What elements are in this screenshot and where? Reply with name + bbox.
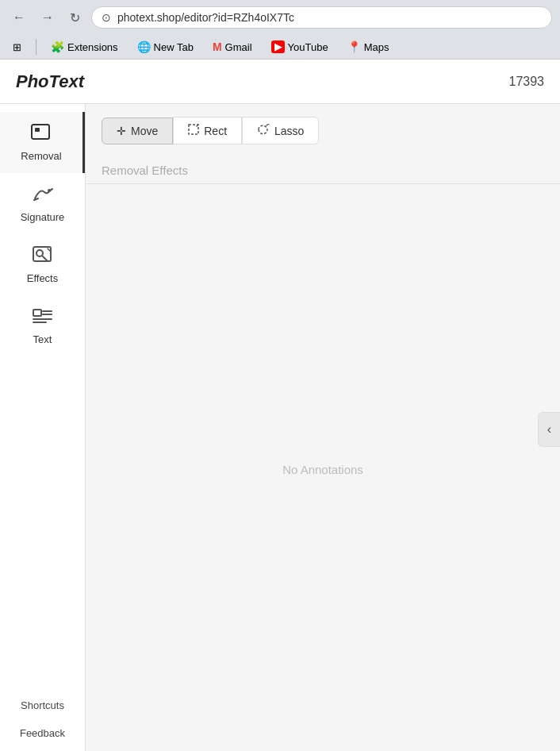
newtab-label: New Tab <box>154 41 194 53</box>
maps-label: Maps <box>364 41 389 53</box>
browser-nav-bar: ← → ↻ ⊙ photext.shop/editor?id=RZh4oIX7T… <box>0 0 560 35</box>
bookmark-extensions[interactable]: 🧩 Extensions <box>46 39 123 55</box>
sidebar-text-label: Text <box>33 333 52 345</box>
gmail-icon: M <box>213 40 222 53</box>
section-label: Removal Effects <box>86 157 560 184</box>
lasso-icon <box>257 124 270 137</box>
move-tool-button[interactable]: ✛ Move <box>102 117 173 144</box>
sidebar-item-effects[interactable]: Effects <box>0 234 85 295</box>
signature-icon <box>32 184 54 208</box>
extensions-label: Extensions <box>67 41 118 53</box>
rect-tool-button[interactable]: Rect <box>173 117 242 144</box>
sidebar-item-removal[interactable]: Removal <box>0 112 85 173</box>
app-container: PhoText 17393 Removal <box>0 60 560 751</box>
bookmarks-bar: ⊞ 🧩 Extensions 🌐 New Tab M Gmail ▶ YouTu… <box>0 35 560 60</box>
svg-rect-0 <box>32 125 49 139</box>
youtube-icon: ▶ <box>271 40 285 53</box>
move-label: Move <box>131 125 158 137</box>
collapse-panel-button[interactable]: ‹ <box>538 412 560 447</box>
move-icon: ✛ <box>117 125 126 137</box>
browser-chrome: ← → ↻ ⊙ photext.shop/editor?id=RZh4oIX7T… <box>0 0 560 60</box>
no-annotations-text: No Annotations <box>282 463 363 476</box>
main-layout: Removal Signature <box>0 104 560 751</box>
annotation-area: No Annotations <box>86 184 560 751</box>
bookmark-apps[interactable]: ⊞ <box>8 40 26 55</box>
bookmark-newtab[interactable]: 🌐 New Tab <box>132 39 198 55</box>
tools-bar: ✛ Move Rect <box>86 104 560 157</box>
bookmark-maps[interactable]: 📍 Maps <box>343 39 394 55</box>
reload-button[interactable]: ↻ <box>65 7 85 29</box>
lasso-tool-button[interactable]: Lasso <box>242 117 319 144</box>
removal-icon <box>30 123 52 147</box>
sidebar-item-signature[interactable]: Signature <box>0 173 85 234</box>
svg-rect-1 <box>35 128 40 132</box>
rect-label: Rect <box>204 125 227 137</box>
collapse-icon: ‹ <box>547 422 551 437</box>
bookmark-gmail[interactable]: M Gmail <box>208 39 257 55</box>
gmail-label: Gmail <box>225 41 252 53</box>
newtab-icon: 🌐 <box>137 40 151 53</box>
sidebar-item-text[interactable]: Text <box>0 295 85 356</box>
svg-rect-5 <box>33 310 41 316</box>
effects-icon <box>32 245 54 269</box>
bookmark-youtube[interactable]: ▶ YouTube <box>267 39 333 55</box>
app-id: 17393 <box>509 75 545 89</box>
address-bar[interactable]: ⊙ photext.shop/editor?id=RZh4oIX7Tc <box>91 6 552 29</box>
lasso-label: Lasso <box>274 125 304 137</box>
app-header: PhoText 17393 <box>0 60 560 104</box>
extensions-icon: 🧩 <box>51 40 64 53</box>
address-icon: ⊙ <box>102 11 111 24</box>
svg-point-2 <box>48 189 51 192</box>
sidebar-item-feedback[interactable]: Feedback <box>0 719 85 747</box>
rect-icon <box>188 124 199 137</box>
content-panel: ✛ Move Rect <box>86 104 560 751</box>
svg-point-4 <box>36 250 43 256</box>
address-text: photext.shop/editor?id=RZh4oIX7Tc <box>117 11 294 24</box>
sidebar: Removal Signature <box>0 104 86 751</box>
app-logo: PhoText <box>16 71 84 92</box>
text-icon <box>32 306 54 330</box>
sidebar-item-shortcuts[interactable]: Shortcuts <box>0 691 85 719</box>
maps-icon: 📍 <box>347 40 361 53</box>
back-button[interactable]: ← <box>8 7 30 28</box>
sidebar-signature-label: Signature <box>21 211 65 223</box>
sidebar-removal-label: Removal <box>21 150 61 162</box>
sidebar-effects-label: Effects <box>27 272 59 284</box>
youtube-label: YouTube <box>288 41 328 53</box>
sidebar-bottom: Shortcuts Feedback <box>0 691 85 747</box>
forward-button[interactable]: → <box>36 7 59 28</box>
divider <box>36 39 36 55</box>
